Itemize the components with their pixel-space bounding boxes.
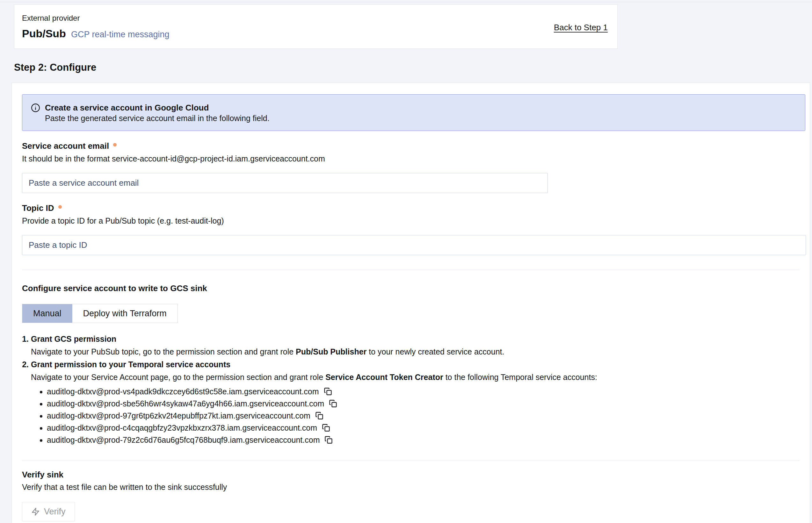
topic-id-hint: Provide a topic ID for a Pub/Sub topic (… [22,215,805,226]
required-indicator [58,205,62,209]
step-text: to the following Temporal service accoun… [443,373,597,382]
topic-id-label-row: Topic ID [22,202,805,213]
copy-icon[interactable] [324,435,333,444]
section-divider [22,270,799,270]
verify-button[interactable]: Verify [22,502,75,521]
list-item: auditlog-dktxv@prod-vs4padk9dkczcey6d6st… [47,385,805,397]
copy-icon[interactable] [323,387,332,396]
step-body: Navigate to your Service Account page, g… [31,371,805,383]
info-banner: Create a service account in Google Cloud… [22,94,805,131]
page-top-divider [0,0,812,2]
copy-icon[interactable] [329,399,337,408]
service-account-email-text: auditlog-dktxv@prod-sbe56h6wr4sykaw47a6y… [47,397,324,410]
service-account-email-label: Service account email [22,141,109,151]
configure-sink-section-title: Configure service account to write to GC… [22,283,805,294]
verify-sink-title: Verify sink [22,469,805,480]
step-title: Grant GCS permission [31,332,805,345]
tab-deploy-with-terraform[interactable]: Deploy with Terraform [72,304,177,323]
info-banner-title: Create a service account in Google Cloud [45,103,270,113]
service-account-email-text: auditlog-dktxv@prod-79z2c6d76au6g5fcq768… [47,434,320,446]
configure-form-card: Create a service account in Google Cloud… [12,83,810,523]
provider-card-label: External provider [22,13,608,23]
page-title: Step 2: Configure [14,61,812,74]
temporal-service-accounts-list: auditlog-dktxv@prod-vs4padk9dkczcey6d6st… [31,385,805,446]
service-account-email-text: auditlog-dktxv@prod-97gr6tp6zkv2t4epubff… [47,410,311,422]
role-name: Service Account Token Creator [325,373,443,382]
step-body: Navigate to your PubSub topic, go to the… [31,345,805,358]
service-account-email-text: auditlog-dktxv@prod-vs4padk9dkczcey6d6st… [47,385,319,397]
service-account-email-text: auditlog-dktxv@prod-c4cqaqgbfzy23vpzkbxz… [47,422,317,434]
lightning-bolt-icon [31,507,40,516]
topic-id-field: Topic ID Provide a topic ID for a Pub/Su… [22,202,805,255]
provider-name: Pub/Sub [22,28,66,40]
provider-description: GCP real-time messaging [71,30,170,39]
topic-id-label: Topic ID [22,202,54,213]
verify-sink-hint: Verify that a test file can be written t… [22,482,805,492]
step-item-grant-gcs-permission: Grant GCS permission Navigate to your Pu… [31,332,805,358]
topic-id-input[interactable] [22,235,806,255]
list-item: auditlog-dktxv@prod-c4cqaqgbfzy23vpzkbxz… [47,422,805,434]
step-text: to your newly created service account. [367,347,504,356]
required-indicator [113,143,117,146]
service-account-email-field: Service account email It should be in th… [22,141,805,193]
step-text: Navigate to your PubSub topic, go to the… [31,347,296,356]
tab-manual[interactable]: Manual [22,304,72,323]
role-name: Pub/Sub Publisher [296,347,367,356]
back-to-step-1-link[interactable]: Back to Step 1 [554,23,608,33]
info-icon [31,103,40,113]
info-banner-body: Paste the generated service account emai… [45,113,270,124]
list-item: auditlog-dktxv@prod-97gr6tp6zkv2t4epubff… [47,410,805,422]
verify-button-label: Verify [44,507,66,517]
provider-title-row: Pub/Sub GCP real-time messaging [22,28,608,40]
step-text: Navigate to your Service Account page, g… [31,373,325,382]
service-account-email-input[interactable] [22,173,548,193]
step-title: Grant permission to your Temporal servic… [31,358,805,371]
copy-icon[interactable] [321,423,331,432]
service-account-email-label-row: Service account email [22,141,805,151]
manual-steps-list: Grant GCS permission Navigate to your Pu… [22,332,805,446]
list-item: auditlog-dktxv@prod-sbe56h6wr4sykaw47a6y… [47,397,805,410]
copy-icon[interactable] [315,411,324,420]
service-account-email-hint: It should be in the format service-accou… [22,153,805,164]
list-item: auditlog-dktxv@prod-79z2c6d76au6g5fcq768… [47,434,805,446]
sink-config-tabs: Manual Deploy with Terraform [22,304,178,323]
provider-card: External provider Pub/Sub GCP real-time … [14,4,618,49]
section-divider [22,461,799,461]
info-banner-text: Create a service account in Google Cloud… [45,103,270,124]
step-item-grant-temporal-permission: Grant permission to your Temporal servic… [31,358,805,446]
